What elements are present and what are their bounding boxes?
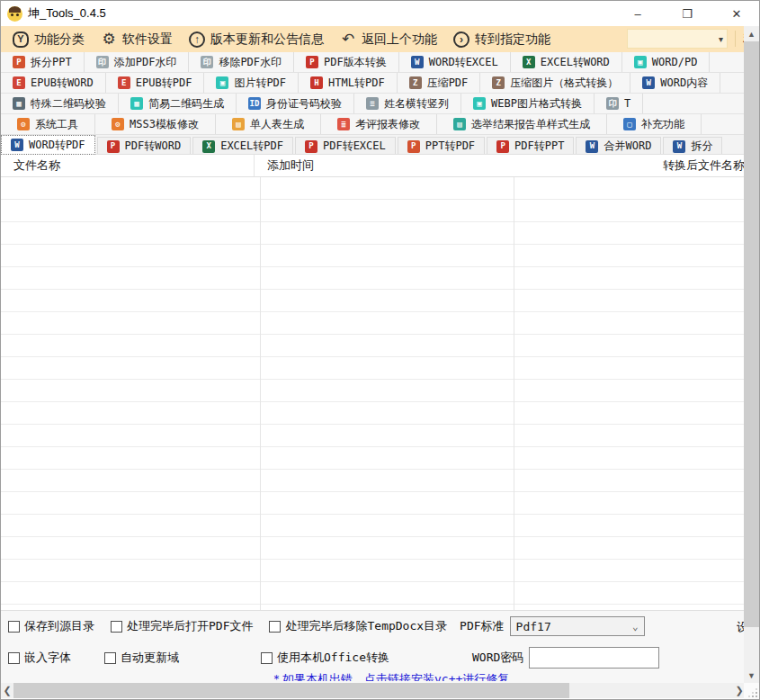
titlebar: 坤_Tools_0.4.5 – ❒ ✕ <box>1 1 759 26</box>
word-file-icon: W <box>411 56 424 68</box>
tab-label: WORD/PD <box>652 56 698 68</box>
tab-label: 身份证号码校验 <box>266 96 342 112</box>
tab-button[interactable]: ▢ 补充功能 <box>607 114 702 134</box>
compress-icon: Z <box>409 76 422 89</box>
tab-button[interactable]: P PPT转PDF <box>398 137 485 155</box>
tab-row-3: ▦ 特殊二维码校验 ▦ 简易二维码生成 ID 身份证号码校验 ≡ 姓名横转竖列 … <box>1 94 746 114</box>
checkbox-option[interactable]: 使用本机Office转换 <box>261 647 445 669</box>
tab-button[interactable]: ⚙ 系统工具 <box>1 114 95 134</box>
pdf-file-icon: P <box>496 140 509 153</box>
minimize-button[interactable]: – <box>617 1 658 26</box>
gear-icon: ⚙ <box>101 31 117 48</box>
resize-grip-icon[interactable] <box>756 696 757 697</box>
tab-button[interactable]: ⚙ MSS3模板修改 <box>95 114 216 134</box>
toolbar-button[interactable]: › 转到指定功能 <box>447 30 557 49</box>
tab-label: MSS3模板修改 <box>130 117 199 132</box>
toolbar-button[interactable]: ⚙ 软件设置 <box>94 30 179 49</box>
back-arrow-icon: ↶ <box>340 31 356 48</box>
tab-label: T <box>624 97 630 110</box>
tab-label: 移除PDF水印 <box>219 55 282 70</box>
tab-button[interactable]: W WORD转EXCEL <box>399 52 511 72</box>
tab-button[interactable]: ▣ 图片转PDF <box>204 73 299 93</box>
tab-button[interactable]: X EXCEL转WORD <box>511 52 622 72</box>
scroll-left-icon[interactable]: ❮ <box>1 683 13 698</box>
checkbox-option[interactable]: 嵌入字体 <box>8 647 104 669</box>
tab-row-2: E EPUB转WORD E EPUB转PDF ▣ 图片转PDF H HTML转P… <box>1 73 746 94</box>
toolbar-button[interactable]: ↑ 版本更新和公告信息 <box>183 30 330 49</box>
tab-button[interactable]: X EXCEL转PDF <box>192 137 293 155</box>
goto-arrow-icon: › <box>453 31 469 48</box>
tab-button[interactable]: 卬 T <box>595 94 643 113</box>
horizontal-scroll-thumb[interactable] <box>13 683 569 698</box>
tab-button[interactable]: W WORD转PDF <box>1 135 95 155</box>
toolbar-button[interactable]: ↶ 返回上个功能 <box>334 30 443 49</box>
tab-button[interactable]: ≣ 考评报表修改 <box>321 114 437 134</box>
tab-button[interactable]: P PDF转PPT <box>487 137 574 155</box>
checkbox-box <box>104 652 116 664</box>
window-title: 坤_Tools_0.4.5 <box>28 5 106 22</box>
clipboard-icon: ▤ <box>453 118 466 130</box>
scroll-up-icon[interactable]: ▲ <box>744 26 759 41</box>
close-button[interactable]: ✕ <box>716 1 757 26</box>
checkbox-option[interactable]: 保存到源目录 <box>8 615 94 637</box>
checkbox-option[interactable]: 处理完毕后打开PDF文件 <box>111 615 253 637</box>
tab-button[interactable]: ▣ WORD/PD <box>622 52 711 72</box>
tab-label: 选举结果报告单样式生成 <box>471 117 590 132</box>
tab-button[interactable]: ▦ 简易二维码生成 <box>119 94 237 113</box>
repair-link[interactable]: ＊如果本机出错，点击链接安装vc++进行修复 <box>271 672 509 681</box>
tab-button[interactable]: E EPUB转WORD <box>1 73 106 93</box>
tab-button[interactable]: W 合并WORD <box>576 137 661 155</box>
tab-button[interactable]: ▤ 单人表生成 <box>216 114 321 134</box>
tab-button[interactable]: Z 压缩图片（格式转换） <box>480 73 630 93</box>
tab-button[interactable]: P PDF转EXCEL <box>295 137 396 155</box>
tab-button[interactable]: ▤ 选举结果报告单样式生成 <box>437 114 607 134</box>
tab-button[interactable]: E EPUB转PDF <box>106 73 205 93</box>
file-table-body[interactable] <box>1 177 746 610</box>
word-password-label: WORD密码 <box>472 650 523 666</box>
tab-button[interactable]: Z 压缩PDF <box>398 73 481 93</box>
tab-button[interactable]: P PDF转WORD <box>97 137 192 155</box>
tab-button[interactable]: ID 身份证号码校验 <box>237 94 354 113</box>
pdf-standard-value: Pdf17 <box>516 620 551 633</box>
chevron-down-icon: ▾ <box>719 34 723 44</box>
vertical-scroll-thumb[interactable] <box>744 41 759 627</box>
tab-button[interactable]: P 拆分PPT <box>1 52 85 72</box>
tab-button[interactable]: ▦ 特殊二维码校验 <box>1 94 119 113</box>
tab-label: 考评报表修改 <box>355 117 420 132</box>
horizontal-scrollbar[interactable]: ❮ ❯ <box>1 683 746 698</box>
checkbox-option[interactable]: 处理完毕后移除TempDocx目录 <box>269 615 447 637</box>
column-header-label: 文件名称 <box>13 157 60 174</box>
tab-button[interactable]: 印 添加PDF水印 <box>85 52 190 72</box>
checkbox-option[interactable]: 自动更新域 <box>104 647 261 669</box>
checkbox-box <box>261 652 273 664</box>
goto-function-combobox[interactable]: ▾ <box>627 29 728 49</box>
column-header[interactable]: 文件名称 <box>1 155 255 176</box>
tab-button[interactable]: W 拆分 <box>663 137 722 155</box>
tab-button[interactable]: H HTML转PDF <box>299 73 398 93</box>
toolbar-button[interactable]: Y 功能分类 <box>6 30 91 49</box>
tab-label: EPUB转PDF <box>136 76 192 91</box>
scroll-down-icon[interactable]: ▼ <box>744 668 759 683</box>
watermark-add-icon: 印 <box>96 56 109 68</box>
tab-label: EPUB转WORD <box>31 76 94 91</box>
tab-label: 合并WORD <box>604 139 651 154</box>
tab-button[interactable]: W WORD内容 <box>630 73 720 93</box>
function-tabstrip: P 拆分PPT 印 添加PDF水印 印 移除PDF水印 P PDF版本转换 W … <box>1 52 746 155</box>
column-divider <box>514 177 514 610</box>
pdf-standard-combobox[interactable]: Pdf17 ⌄ <box>510 616 645 636</box>
pdf-file-icon: P <box>107 140 120 153</box>
tab-button[interactable]: P PDF版本转换 <box>294 52 399 72</box>
maximize-button[interactable]: ❒ <box>666 1 708 26</box>
tab-label: WORD内容 <box>660 76 708 91</box>
word-file-icon: W <box>586 140 598 153</box>
tab-button[interactable]: ≡ 姓名横转竖列 <box>354 94 461 113</box>
chevron-down-icon: ⌄ <box>632 621 639 633</box>
vertical-scrollbar[interactable]: ▲ ▼ <box>744 26 759 683</box>
tab-label: PDF版本转换 <box>324 55 387 70</box>
column-header[interactable]: 添加时间 <box>255 155 650 176</box>
document-icon: ▢ <box>623 118 636 130</box>
tab-button[interactable]: 印 移除PDF水印 <box>189 52 294 72</box>
column-header[interactable]: 转换后文件名称 <box>650 155 746 176</box>
tab-button[interactable]: ▣ WEBP图片格式转换 <box>461 94 595 113</box>
word-password-input[interactable] <box>529 647 659 669</box>
